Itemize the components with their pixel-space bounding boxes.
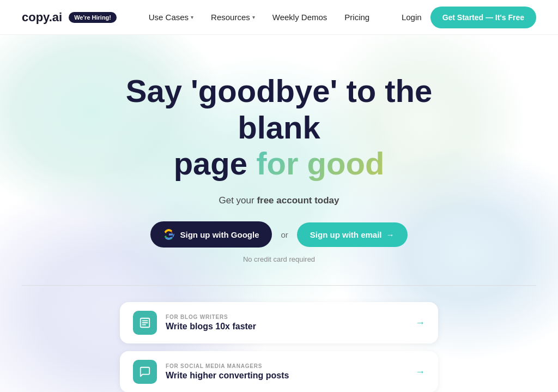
use-case-card[interactable]: For Social Media Managers Write higher c…	[120, 351, 438, 392]
nav-center: Use Cases ▾ Resources ▾ Weekly Demos Pri…	[149, 13, 370, 22]
nav-left: copy.ai We're Hiring!	[22, 10, 117, 25]
hero-section: Say 'goodbye' to the blank page for good…	[0, 35, 558, 263]
hero-buttons: Sign up with Google or Sign up with emai…	[0, 221, 558, 248]
chevron-down-icon: ▾	[191, 14, 193, 20]
email-signup-button[interactable]: Sign up with email →	[297, 222, 408, 247]
nav-pricing[interactable]: Pricing	[344, 13, 369, 22]
login-button[interactable]: Login	[402, 13, 422, 22]
nav-resources[interactable]: Resources ▾	[211, 13, 255, 22]
hiring-badge[interactable]: We're Hiring!	[69, 12, 117, 23]
or-text: or	[281, 230, 288, 239]
logo[interactable]: copy.ai	[22, 10, 62, 25]
use-cases-section: For Blog Writers Write blogs 10x faster …	[0, 286, 558, 392]
no-credit-card-text: No credit card required	[0, 255, 558, 263]
use-case-label: For Blog Writers	[166, 314, 407, 320]
use-case-icon	[133, 360, 157, 384]
google-signup-button[interactable]: Sign up with Google	[150, 221, 272, 248]
use-case-icon	[133, 311, 157, 335]
hero-title-gradient: for good	[256, 146, 384, 181]
arrow-icon: →	[415, 317, 425, 329]
use-case-text: For Social Media Managers Write higher c…	[166, 363, 407, 381]
hero-subtitle: Get your free account today	[0, 195, 558, 206]
arrow-icon: →	[386, 230, 395, 239]
chevron-down-icon: ▾	[252, 14, 255, 20]
use-case-title: Write blogs 10x faster	[166, 322, 407, 331]
get-started-button[interactable]: Get Started — It's Free	[430, 7, 536, 28]
use-case-card[interactable]: For Blog Writers Write blogs 10x faster …	[120, 302, 438, 343]
hero-title: Say 'goodbye' to the blank page for good	[94, 73, 464, 182]
arrow-icon: →	[415, 366, 425, 378]
nav-weekly-demos[interactable]: Weekly Demos	[272, 13, 327, 22]
use-case-text: For Blog Writers Write blogs 10x faster	[166, 314, 407, 331]
use-case-title: Write higher converting posts	[166, 371, 407, 381]
google-icon	[163, 229, 174, 240]
navbar: copy.ai We're Hiring! Use Cases ▾ Resour…	[0, 0, 558, 35]
nav-use-cases[interactable]: Use Cases ▾	[149, 13, 193, 22]
use-case-label: For Social Media Managers	[166, 363, 407, 369]
nav-right: Login Get Started — It's Free	[402, 7, 536, 28]
